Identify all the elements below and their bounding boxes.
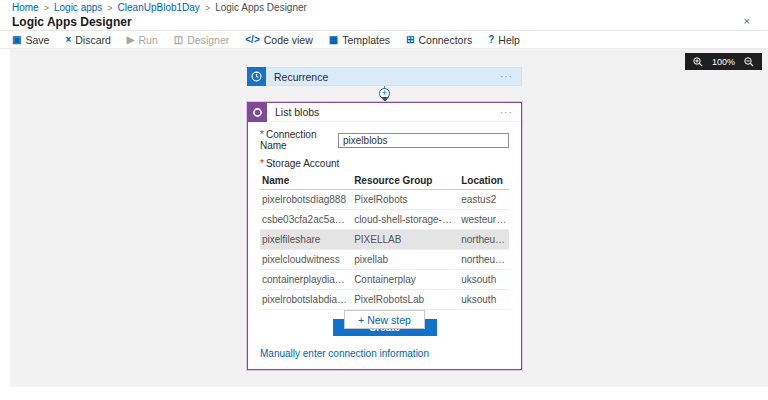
zoom-in-icon — [693, 57, 703, 67]
toolbar-label: Discard — [75, 34, 111, 46]
list-blobs-menu-icon[interactable]: ··· — [500, 107, 521, 118]
table-cell[interactable]: csbe03cfa2ac5a9x4f4exafb — [260, 210, 352, 230]
breadcrumb-item-logic-apps-designer: Logic Apps Designer — [215, 2, 307, 13]
table-cell[interactable]: pixelfileshare — [260, 230, 352, 250]
table-cell[interactable]: northeurope — [459, 250, 509, 270]
table-cell[interactable]: pixelcloudwitness — [260, 250, 352, 270]
blob-storage-icon — [248, 103, 267, 122]
recurrence-menu-icon[interactable]: ··· — [500, 71, 521, 82]
table-cell[interactable]: uksouth — [459, 270, 509, 290]
breadcrumb: Home>Logic apps>CleanUpBlob1Day>Logic Ap… — [0, 0, 768, 13]
toolbar-connectors-button[interactable]: ⊞Connectors — [406, 34, 472, 46]
new-step-button[interactable]: + New step — [344, 310, 425, 329]
table-cell[interactable]: PixelRobots — [352, 190, 459, 210]
column-header-location: Location — [459, 172, 509, 190]
toolbar-designer-button: ◫Designer — [174, 34, 229, 46]
recurrence-clock-icon — [247, 67, 266, 86]
table-cell[interactable]: cloud-shell-storage-westeurope — [352, 210, 459, 230]
breadcrumb-item-home[interactable]: Home — [12, 2, 39, 13]
connection-name-label: *Connection Name — [260, 129, 338, 151]
table-cell[interactable]: pixellab — [352, 250, 459, 270]
close-icon[interactable]: × — [744, 16, 750, 27]
breadcrumb-separator: > — [44, 3, 49, 13]
storage-account-label: *Storage Account — [260, 158, 509, 169]
table-row[interactable]: containerplaydiag371Containerplayuksouth — [260, 270, 509, 290]
table-cell[interactable]: uksouth — [459, 290, 509, 310]
breadcrumb-separator: > — [205, 3, 210, 13]
save-icon: ▣ — [12, 34, 21, 45]
code-view-icon: </> — [245, 34, 259, 45]
help-icon: ? — [488, 34, 494, 45]
zoom-out-icon — [744, 57, 754, 67]
list-blobs-card-title: List blobs — [267, 106, 500, 118]
table-cell[interactable]: eastus2 — [459, 190, 509, 210]
zoom-in-button[interactable] — [693, 57, 703, 67]
zoom-out-button[interactable] — [744, 57, 754, 67]
table-cell[interactable]: northeurope — [459, 230, 509, 250]
connectors-icon: ⊞ — [406, 34, 414, 45]
manual-connection-link[interactable]: Manually enter connection information — [260, 348, 429, 359]
table-cell[interactable]: pixelrobotsdiag888 — [260, 190, 352, 210]
table-cell[interactable]: westeurope — [459, 210, 509, 230]
toolbar-help-button[interactable]: ?Help — [488, 34, 520, 46]
page-title: Logic Apps Designer — [12, 15, 132, 29]
column-header-resource-group: Resource Group — [352, 172, 459, 190]
connection-name-input[interactable] — [338, 133, 509, 148]
breadcrumb-item-cleanupblob1day[interactable]: CleanUpBlob1Day — [118, 2, 200, 13]
table-row[interactable]: pixelfilesharePIXELLABnortheurope — [260, 230, 509, 250]
list-blobs-card: List blobs ··· *Connection Name *Storage… — [247, 102, 522, 370]
toolbar-discard-button[interactable]: ×Discard — [65, 34, 110, 46]
toolbar: ▣Save×Discard▶Run◫Designer</>Code view▦T… — [0, 31, 768, 49]
discard-icon: × — [65, 34, 71, 45]
required-indicator: * — [260, 129, 264, 140]
toolbar-save-button[interactable]: ▣Save — [12, 34, 49, 46]
run-icon: ▶ — [127, 34, 135, 45]
toolbar-label: Code view — [264, 34, 313, 46]
table-row[interactable]: pixelrobotslabdiag762PixelRobotsLabuksou… — [260, 290, 509, 310]
table-row[interactable]: pixelcloudwitnesspixellabnortheurope — [260, 250, 509, 270]
designer-canvas: 100% Recurrence ··· + — [10, 49, 768, 387]
column-header-name: Name — [260, 172, 352, 190]
table-cell[interactable]: containerplaydiag371 — [260, 270, 352, 290]
title-bar: Logic Apps Designer × — [0, 13, 768, 31]
designer-icon: ◫ — [174, 34, 183, 45]
toolbar-label: Designer — [187, 34, 229, 46]
templates-icon: ▦ — [329, 34, 338, 45]
storage-account-table: NameResource GroupLocation pixelrobotsdi… — [260, 172, 509, 310]
storage-account-table-header-row: NameResource GroupLocation — [260, 172, 509, 190]
recurrence-card-title: Recurrence — [266, 71, 500, 83]
zoom-level: 100% — [712, 57, 735, 67]
toolbar-code-view-button[interactable]: </>Code view — [245, 34, 313, 46]
table-cell[interactable]: PIXELLAB — [352, 230, 459, 250]
table-cell[interactable]: pixelrobotslabdiag762 — [260, 290, 352, 310]
toolbar-templates-button[interactable]: ▦Templates — [329, 34, 390, 46]
toolbar-label: Run — [139, 34, 158, 46]
table-row[interactable]: pixelrobotsdiag888PixelRobotseastus2 — [260, 190, 509, 210]
breadcrumb-separator: > — [107, 3, 112, 13]
list-blobs-body: *Connection Name *Storage Account NameRe… — [248, 122, 521, 369]
zoom-controls: 100% — [685, 53, 762, 70]
toolbar-label: Save — [25, 34, 49, 46]
toolbar-label: Connectors — [418, 34, 472, 46]
toolbar-label: Templates — [342, 34, 390, 46]
table-cell[interactable]: Containerplay — [352, 270, 459, 290]
breadcrumb-item-logic-apps[interactable]: Logic apps — [54, 2, 102, 13]
required-indicator: * — [260, 158, 264, 169]
table-cell[interactable]: PixelRobotsLab — [352, 290, 459, 310]
recurrence-card[interactable]: Recurrence ··· — [247, 67, 522, 86]
list-blobs-header[interactable]: List blobs ··· — [248, 103, 521, 122]
table-row[interactable]: csbe03cfa2ac5a9x4f4exafbcloud-shell-stor… — [260, 210, 509, 230]
toolbar-label: Help — [498, 34, 520, 46]
storage-account-table-body: pixelrobotsdiag888PixelRobotseastus2csbe… — [260, 190, 509, 310]
toolbar-run-button: ▶Run — [127, 34, 158, 46]
